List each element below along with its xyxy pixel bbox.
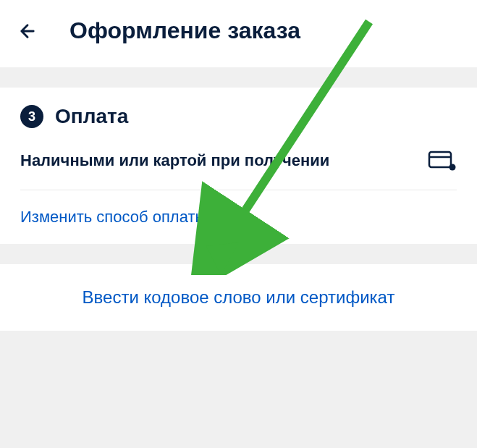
payment-method-row[interactable]: Наличными или картой при получении xyxy=(20,148,457,190)
change-payment-link[interactable]: Изменить способ оплаты xyxy=(20,190,457,227)
step-badge: 3 xyxy=(20,105,43,128)
payment-section: 3 Оплата Наличными или картой при получе… xyxy=(0,88,477,244)
spacer xyxy=(0,331,477,351)
page-title: Оформление заказа xyxy=(69,17,300,44)
back-button[interactable] xyxy=(14,18,41,44)
payment-method-label: Наличными или картой при получении xyxy=(20,148,329,172)
promo-section: Ввести кодовое слово или сертификат xyxy=(0,264,477,331)
section-header: 3 Оплата xyxy=(20,105,457,128)
card-icon xyxy=(428,150,457,172)
spacer xyxy=(0,244,477,264)
svg-rect-0 xyxy=(429,152,451,167)
svg-point-2 xyxy=(449,164,456,170)
page-header: Оформление заказа xyxy=(0,0,477,67)
promo-code-link[interactable]: Ввести кодовое слово или сертификат xyxy=(83,287,395,307)
section-title: Оплата xyxy=(55,105,128,128)
arrow-left-icon xyxy=(17,21,38,41)
spacer xyxy=(0,67,477,88)
